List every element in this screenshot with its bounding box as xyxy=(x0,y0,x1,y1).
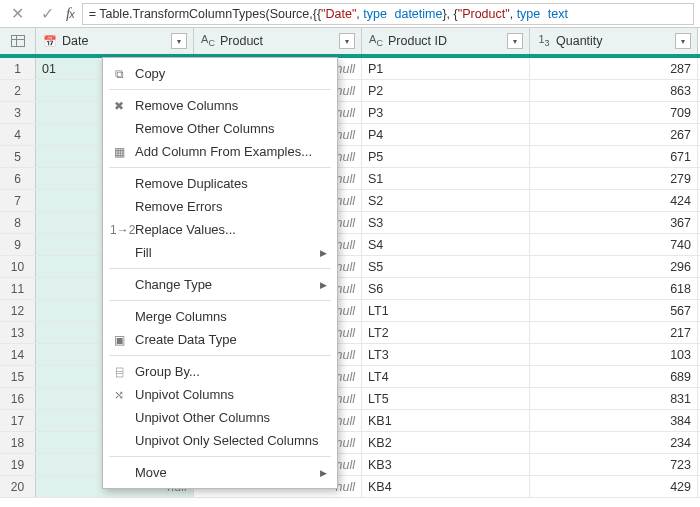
table-icon xyxy=(11,35,25,47)
cancel-formula-button[interactable]: ✕ xyxy=(6,3,28,25)
cell-product-id[interactable]: LT3 xyxy=(362,344,530,365)
menu-item-label: Create Data Type xyxy=(135,332,237,347)
cell-quantity[interactable]: 689 xyxy=(530,366,698,387)
menu-item-move[interactable]: Move▶ xyxy=(103,461,337,484)
cell-quantity[interactable]: 671 xyxy=(530,146,698,167)
cell-quantity[interactable]: 863 xyxy=(530,80,698,101)
row-header[interactable]: 10 xyxy=(0,256,36,277)
cell-product-id[interactable]: S5 xyxy=(362,256,530,277)
row-header[interactable]: 3 xyxy=(0,102,36,123)
column-filter-dropdown[interactable]: ▾ xyxy=(507,33,523,49)
menu-item-replace-values[interactable]: 1→2Replace Values... xyxy=(103,218,337,241)
cell-product-id[interactable]: LT4 xyxy=(362,366,530,387)
column-header-product[interactable]: AC Product ▾ xyxy=(194,28,362,54)
commit-formula-button[interactable]: ✓ xyxy=(36,3,58,25)
cell-quantity[interactable]: 567 xyxy=(530,300,698,321)
row-header[interactable]: 16 xyxy=(0,388,36,409)
column-label: Product ID xyxy=(388,34,447,48)
cell-product-id[interactable]: S6 xyxy=(362,278,530,299)
menu-item-group-by[interactable]: ⌸Group By... xyxy=(103,360,337,383)
column-filter-dropdown[interactable]: ▾ xyxy=(171,33,187,49)
cell-quantity[interactable]: 234 xyxy=(530,432,698,453)
formula-input[interactable]: = Table.TransformColumnTypes(Source,{{"D… xyxy=(82,3,694,25)
menu-item-merge-columns[interactable]: Merge Columns xyxy=(103,305,337,328)
row-header[interactable]: 5 xyxy=(0,146,36,167)
cell-quantity[interactable]: 618 xyxy=(530,278,698,299)
cell-product-id[interactable]: LT1 xyxy=(362,300,530,321)
cell-quantity[interactable]: 103 xyxy=(530,344,698,365)
group-icon: ⌸ xyxy=(110,365,128,379)
cell-product-id[interactable]: KB3 xyxy=(362,454,530,475)
menu-item-fill[interactable]: Fill▶ xyxy=(103,241,337,264)
row-header[interactable]: 1 xyxy=(0,58,36,79)
row-header[interactable]: 12 xyxy=(0,300,36,321)
cell-product-id[interactable]: KB4 xyxy=(362,476,530,497)
menu-item-remove-columns[interactable]: ✖Remove Columns xyxy=(103,94,337,117)
cell-quantity[interactable]: 296 xyxy=(530,256,698,277)
cell-product-id[interactable]: S4 xyxy=(362,234,530,255)
menu-item-unpivot-only-selected-columns[interactable]: Unpivot Only Selected Columns xyxy=(103,429,337,452)
cell-product-id[interactable]: KB2 xyxy=(362,432,530,453)
replace-icon: 1→2 xyxy=(110,223,128,237)
column-context-menu: ⧉Copy✖Remove ColumnsRemove Other Columns… xyxy=(102,57,338,489)
row-header[interactable]: 6 xyxy=(0,168,36,189)
cell-quantity[interactable]: 424 xyxy=(530,190,698,211)
select-all-corner[interactable] xyxy=(0,28,36,54)
row-header[interactable]: 20 xyxy=(0,476,36,497)
cell-quantity[interactable]: 831 xyxy=(530,388,698,409)
cell-quantity[interactable]: 429 xyxy=(530,476,698,497)
column-header-date[interactable]: 📅 Date ▾ xyxy=(36,28,194,54)
menu-separator xyxy=(109,89,331,90)
column-filter-dropdown[interactable]: ▾ xyxy=(339,33,355,49)
menu-item-remove-duplicates[interactable]: Remove Duplicates xyxy=(103,172,337,195)
row-header[interactable]: 7 xyxy=(0,190,36,211)
menu-item-remove-other-columns[interactable]: Remove Other Columns xyxy=(103,117,337,140)
row-header[interactable]: 17 xyxy=(0,410,36,431)
row-header[interactable]: 2 xyxy=(0,80,36,101)
formula-bar: ✕ ✓ fx = Table.TransformColumnTypes(Sour… xyxy=(0,0,700,28)
cell-product-id[interactable]: P5 xyxy=(362,146,530,167)
menu-item-add-column-from-examples[interactable]: ▦Add Column From Examples... xyxy=(103,140,337,163)
cell-quantity[interactable]: 217 xyxy=(530,322,698,343)
row-header[interactable]: 18 xyxy=(0,432,36,453)
text-type-icon: AC xyxy=(200,33,216,48)
row-header[interactable]: 9 xyxy=(0,234,36,255)
cell-product-id[interactable]: S3 xyxy=(362,212,530,233)
cell-quantity[interactable]: 367 xyxy=(530,212,698,233)
cell-quantity[interactable]: 709 xyxy=(530,102,698,123)
cell-quantity[interactable]: 723 xyxy=(530,454,698,475)
menu-item-copy[interactable]: ⧉Copy xyxy=(103,62,337,85)
cell-product-id[interactable]: P4 xyxy=(362,124,530,145)
menu-item-unpivot-other-columns[interactable]: Unpivot Other Columns xyxy=(103,406,337,429)
cell-product-id[interactable]: LT5 xyxy=(362,388,530,409)
menu-item-unpivot-columns[interactable]: ⤭Unpivot Columns xyxy=(103,383,337,406)
menu-item-remove-errors[interactable]: Remove Errors xyxy=(103,195,337,218)
column-header-product-id[interactable]: AC Product ID ▾ xyxy=(362,28,530,54)
cell-product-id[interactable]: KB1 xyxy=(362,410,530,431)
cell-quantity[interactable]: 287 xyxy=(530,58,698,79)
cell-product-id[interactable]: P1 xyxy=(362,58,530,79)
row-header[interactable]: 13 xyxy=(0,322,36,343)
cell-quantity[interactable]: 267 xyxy=(530,124,698,145)
cell-product-id[interactable]: S2 xyxy=(362,190,530,211)
menu-item-label: Move xyxy=(135,465,167,480)
row-header[interactable]: 19 xyxy=(0,454,36,475)
column-header-quantity[interactable]: 13 Quantity ▾ xyxy=(530,28,698,54)
cell-quantity[interactable]: 740 xyxy=(530,234,698,255)
row-header[interactable]: 4 xyxy=(0,124,36,145)
cell-product-id[interactable]: S1 xyxy=(362,168,530,189)
row-header[interactable]: 8 xyxy=(0,212,36,233)
cell-quantity[interactable]: 279 xyxy=(530,168,698,189)
remove-col-icon: ✖ xyxy=(110,99,128,113)
cell-quantity[interactable]: 384 xyxy=(530,410,698,431)
row-header[interactable]: 14 xyxy=(0,344,36,365)
row-header[interactable]: 15 xyxy=(0,366,36,387)
menu-item-create-data-type[interactable]: ▣Create Data Type xyxy=(103,328,337,351)
cell-product-id[interactable]: P3 xyxy=(362,102,530,123)
cell-product-id[interactable]: LT2 xyxy=(362,322,530,343)
menu-item-change-type[interactable]: Change Type▶ xyxy=(103,273,337,296)
row-header[interactable]: 11 xyxy=(0,278,36,299)
menu-separator xyxy=(109,355,331,356)
cell-product-id[interactable]: P2 xyxy=(362,80,530,101)
column-filter-dropdown[interactable]: ▾ xyxy=(675,33,691,49)
